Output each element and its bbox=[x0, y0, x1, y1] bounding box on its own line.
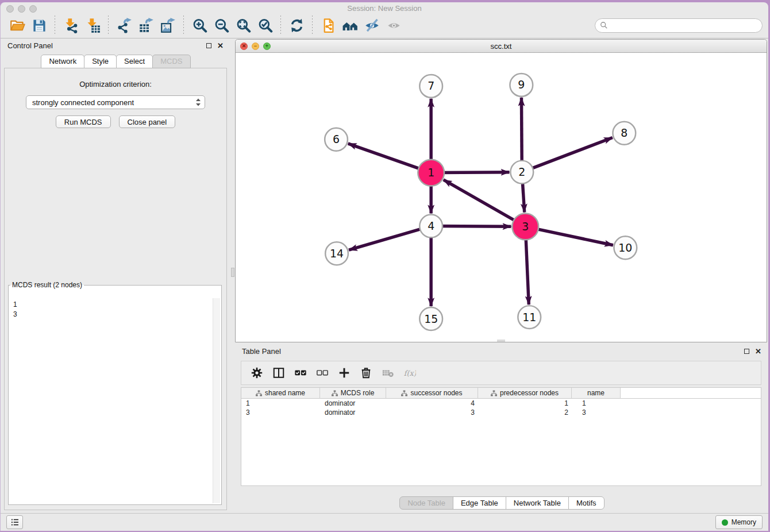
duplicate-network-icon bbox=[321, 18, 336, 33]
table-cell[interactable]: 3 bbox=[386, 408, 478, 417]
table-cell[interactable]: 2 bbox=[478, 408, 572, 417]
memory-label: Memory bbox=[732, 518, 756, 526]
mcds-result-list[interactable]: 13 bbox=[10, 298, 213, 503]
task-history-button[interactable] bbox=[6, 515, 23, 529]
toggle-panel-button[interactable] bbox=[271, 365, 286, 380]
export-table-button[interactable] bbox=[137, 16, 155, 34]
run-mcds-button[interactable]: Run MCDS bbox=[56, 115, 111, 128]
graph-edge-4-14[interactable] bbox=[349, 226, 431, 250]
toggle-panel-icon bbox=[272, 367, 285, 379]
zoom-out-button[interactable] bbox=[212, 16, 230, 34]
status-bar: Memory bbox=[1, 513, 768, 531]
table-cell[interactable]: 1 bbox=[241, 399, 320, 408]
zoom-out-icon bbox=[214, 18, 229, 33]
export-image-button[interactable] bbox=[159, 16, 177, 34]
refresh-view-icon bbox=[289, 18, 305, 33]
graph-node-label-3: 3 bbox=[522, 220, 529, 233]
import-network-icon bbox=[63, 18, 79, 33]
tab-motifs[interactable]: Motifs bbox=[568, 496, 605, 510]
memory-button[interactable]: Memory bbox=[715, 515, 763, 529]
table-cell[interactable]: 1 bbox=[478, 399, 572, 408]
criterion-selected-value: strongly connected component bbox=[32, 98, 134, 107]
tab-edge-table[interactable]: Edge Table bbox=[453, 496, 506, 510]
network-close-button[interactable]: ✕ bbox=[240, 43, 248, 50]
tab-node-table[interactable]: Node Table bbox=[399, 496, 453, 510]
column-header-shared-name[interactable]: shared name bbox=[241, 388, 320, 399]
float-table-panel-icon[interactable] bbox=[744, 349, 749, 354]
refresh-view-button[interactable] bbox=[287, 16, 306, 34]
tab-select[interactable]: Select bbox=[116, 55, 153, 68]
zoom-fit-button[interactable] bbox=[234, 16, 252, 34]
open-session-button[interactable] bbox=[8, 16, 26, 34]
table-row[interactable]: 1dominator411 bbox=[241, 399, 761, 408]
close-panel-button[interactable]: Close panel bbox=[119, 115, 176, 128]
canvas-resize-grip[interactable] bbox=[497, 340, 505, 342]
add-entry-icon bbox=[338, 367, 351, 379]
result-scrollbar[interactable] bbox=[213, 298, 220, 503]
table-cell[interactable]: 4 bbox=[386, 399, 478, 408]
column-header-successor-nodes[interactable]: successor nodes bbox=[386, 388, 478, 399]
column-header-mcds-role[interactable]: MCDS role bbox=[320, 388, 386, 399]
column-label: successor nodes bbox=[410, 389, 462, 397]
import-network-button[interactable] bbox=[61, 16, 80, 34]
table-panel-title: Table Panel bbox=[242, 347, 281, 356]
duplicate-network-button[interactable] bbox=[319, 16, 337, 34]
network-minimize-button[interactable]: − bbox=[252, 43, 259, 50]
close-panel-icon[interactable]: ✕ bbox=[217, 42, 224, 49]
export-network-button[interactable] bbox=[115, 16, 133, 34]
open-session-icon bbox=[10, 18, 25, 33]
app-title: Session: New Session bbox=[1, 4, 768, 13]
table-tabs: Node TableEdge TableNetwork TableMotifs bbox=[235, 496, 768, 510]
tree-hierarchy-icon bbox=[491, 390, 497, 396]
network-canvas[interactable]: 1234678910111415 bbox=[236, 53, 767, 342]
search-box[interactable] bbox=[595, 18, 763, 33]
import-table-button[interactable] bbox=[83, 16, 102, 34]
zoom-selected-button[interactable] bbox=[256, 16, 274, 34]
network-zoom-button[interactable]: + bbox=[263, 43, 271, 50]
splitter-grip[interactable] bbox=[231, 268, 234, 277]
table-cell[interactable]: dominator bbox=[320, 408, 386, 417]
table-cell[interactable]: 3 bbox=[572, 408, 621, 417]
zoom-fit-icon bbox=[236, 18, 251, 33]
deselect-all-button[interactable] bbox=[315, 365, 330, 380]
graph-edge-2-8[interactable] bbox=[522, 138, 613, 172]
table-settings-icon bbox=[251, 367, 263, 379]
table-header-row: shared nameMCDS rolesuccessor nodesprede… bbox=[241, 388, 761, 399]
search-input[interactable] bbox=[611, 21, 757, 30]
delete-entry-button[interactable] bbox=[359, 365, 374, 380]
select-all-button[interactable] bbox=[293, 365, 308, 380]
first-neighbors-button[interactable] bbox=[341, 16, 359, 34]
table-cell[interactable]: dominator bbox=[320, 399, 386, 408]
table-toolbar: f(x) bbox=[241, 361, 761, 385]
tab-mcds[interactable]: MCDS bbox=[152, 55, 190, 68]
tab-network-table[interactable]: Network Table bbox=[506, 496, 569, 510]
tree-hierarchy-icon bbox=[332, 390, 338, 396]
save-session-button[interactable] bbox=[30, 16, 48, 34]
node-table: shared nameMCDS rolesuccessor nodesprede… bbox=[241, 387, 761, 486]
toolbar-separator bbox=[108, 16, 109, 35]
zoom-in-button[interactable] bbox=[190, 16, 209, 34]
graph-node-label-10: 10 bbox=[618, 241, 632, 254]
graph-node-label-4: 4 bbox=[428, 219, 434, 232]
table-settings-button[interactable] bbox=[249, 365, 264, 380]
export-network-icon bbox=[117, 18, 132, 33]
hide-selected-button[interactable] bbox=[363, 16, 381, 34]
tab-network[interactable]: Network bbox=[41, 55, 84, 68]
graph-edge-3-1[interactable] bbox=[444, 180, 526, 226]
apply-function-button: f(x) bbox=[402, 365, 417, 380]
app-window: Session: New Session Control Panel ✕ Net… bbox=[0, 2, 768, 531]
memory-status-icon bbox=[722, 519, 728, 526]
column-header-predecessor-nodes[interactable]: predecessor nodes bbox=[478, 388, 572, 399]
table-row[interactable]: 3dominator323 bbox=[241, 408, 761, 417]
column-header-name[interactable]: name bbox=[572, 388, 621, 399]
table-cell[interactable]: 1 bbox=[572, 399, 621, 408]
criterion-label: Optimization criterion: bbox=[5, 80, 226, 88]
table-cell[interactable]: 3 bbox=[241, 408, 320, 417]
criterion-select[interactable]: strongly connected component bbox=[26, 95, 205, 109]
add-entry-button[interactable] bbox=[337, 365, 352, 380]
app-titlebar: Session: New Session bbox=[1, 2, 768, 13]
close-table-panel-icon[interactable]: ✕ bbox=[755, 348, 761, 355]
panel-splitter[interactable] bbox=[230, 38, 235, 513]
float-panel-icon[interactable] bbox=[206, 43, 211, 48]
tab-style[interactable]: Style bbox=[84, 55, 117, 68]
